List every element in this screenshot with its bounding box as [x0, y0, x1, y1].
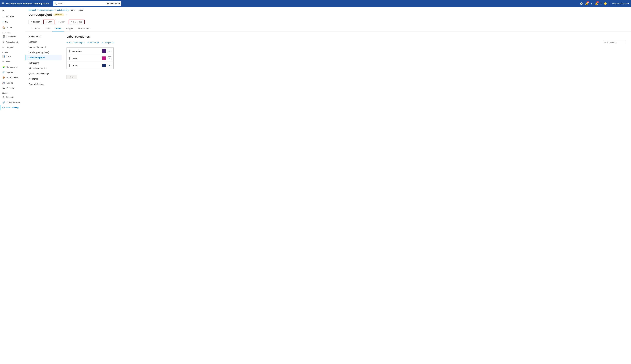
search-input[interactable] [58, 2, 104, 5]
sidebar-toggle[interactable]: ☰ [0, 7, 25, 14]
jobs-icon: ⚗ [2, 60, 4, 63]
search-scope-selector[interactable]: This workspace ▾ [105, 2, 120, 4]
environments-label: Environments [7, 76, 18, 79]
nav-datasets[interactable]: Datasets [25, 39, 62, 44]
color-picker-apple[interactable] [102, 56, 106, 60]
tab-details[interactable]: Details [52, 26, 64, 32]
sidebar-new-button[interactable]: + New [0, 19, 25, 25]
add-child-apple[interactable]: + [108, 56, 111, 60]
feedback-icon[interactable]: 🙂 [604, 2, 607, 5]
color-picker-cucumber[interactable] [102, 49, 106, 53]
tab-data[interactable]: Data [44, 26, 53, 32]
tab-vision-studio[interactable]: Vision Studio [76, 26, 92, 32]
add-child-onion[interactable]: + [108, 64, 111, 67]
data-icon: 📊 [2, 55, 5, 58]
nav-workforce[interactable]: Workforce [25, 76, 62, 82]
label-icon: ✎ [71, 21, 73, 23]
label-search[interactable]: ▽ [603, 41, 626, 44]
sidebar-item-microsoft[interactable]: ← Microsoft [0, 14, 25, 19]
sidebar-item-jobs[interactable]: ⚗ Jobs [0, 59, 25, 64]
notifications-icon[interactable]: 🔔 23 [585, 2, 588, 5]
refresh-button[interactable]: ↻ Refresh [29, 20, 42, 24]
expand-all-text: Expand all [90, 42, 99, 44]
sidebar-item-environments[interactable]: 📦 Environments [0, 75, 25, 80]
user-chevron-icon: ▾ [628, 2, 629, 5]
environments-icon: 📦 [2, 76, 5, 79]
sidebar-item-endpoints[interactable]: 🔌 Endpoints [0, 86, 25, 91]
app-title: Microsoft Azure Machine Learning Studio [6, 2, 49, 5]
export-button[interactable]: ↑ Export [56, 20, 67, 24]
expand-all-button[interactable]: ⊞ Expand all [88, 42, 99, 44]
breadcrumb-current: contosoproject [71, 9, 84, 11]
alerts-badge: 14 [596, 1, 599, 3]
page-header: contosoproject ℹ Paused ☆ [25, 12, 631, 18]
history-icon[interactable]: 🕐 [580, 2, 583, 5]
sidebar-item-notebooks[interactable]: 📓 Notebooks [0, 34, 25, 39]
breadcrumb-microsoft[interactable]: Microsoft [29, 9, 36, 11]
label-data-button[interactable]: ✎ Label data [69, 20, 85, 24]
details-content: Project details Datasets Incremental ref… [25, 32, 631, 364]
hamburger-menu-icon[interactable]: ☰ [2, 2, 4, 5]
sidebar-item-automated-ml[interactable]: ⚙ Automated ML [0, 39, 25, 44]
breadcrumb-sep-3: › [70, 9, 70, 11]
start-button[interactable]: ▷ Start [44, 20, 55, 24]
add-child-cucumber[interactable]: + [108, 49, 111, 53]
collapse-all-button[interactable]: ⊟ Collapse all [102, 42, 114, 44]
item-line [69, 64, 70, 67]
tab-insights[interactable]: Insights [64, 26, 76, 32]
chevron-down-icon: ▾ [119, 2, 120, 4]
sidebar-item-designer[interactable]: ✏ Designer [0, 44, 25, 50]
new-label: New [5, 21, 10, 23]
sidebar-item-compute[interactable]: 🖥 Compute [0, 94, 25, 100]
nav-quality-control[interactable]: Quality control settings [25, 71, 62, 76]
nav-project-details[interactable]: Project details [25, 34, 62, 39]
automl-icon: ⚙ [2, 40, 4, 43]
sidebar: ☰ ← Microsoft + New 🏠 Home Authoring 📓 N… [0, 7, 25, 364]
breadcrumb-workspace[interactable]: contosoworkspace [39, 9, 55, 11]
search-scope-label: This workspace [106, 2, 119, 4]
search-bar[interactable]: 🔍 This workspace ▾ [54, 1, 121, 6]
sidebar-item-models[interactable]: 🤖 Models [0, 80, 25, 86]
label-items-list: cucumber + apple + onion + [67, 47, 114, 69]
help-icon[interactable]: ? [600, 2, 601, 5]
label-categories-toolbar: + Add label category ⊞ Expand all ⊟ Coll… [67, 41, 626, 44]
nav-general-settings[interactable]: General Settings [25, 82, 62, 87]
save-button[interactable]: Save [67, 75, 77, 79]
sidebar-item-pipelines[interactable]: 🔗 Pipelines [0, 70, 25, 75]
pipelines-icon: 🔗 [2, 71, 5, 74]
page-title: contosoproject [29, 13, 52, 16]
nav-incremental-refresh[interactable]: Incremental refresh [25, 44, 62, 50]
content-area: Microsoft › contosoworkspace › Data Labe… [25, 7, 631, 364]
alerts-icon[interactable]: 🔔 14 [595, 2, 598, 5]
nav-ml-assisted[interactable]: ML assisted labeling [25, 66, 62, 71]
section-authoring: Authoring [0, 30, 25, 34]
label-search-input[interactable] [607, 42, 625, 44]
sidebar-item-components[interactable]: 🧩 Components [0, 64, 25, 70]
user-menu[interactable]: contosoworkspace ▾ [612, 2, 629, 5]
nav-label-categories[interactable]: Label categories [25, 55, 62, 60]
add-label-category-button[interactable]: + Add label category [67, 41, 85, 44]
breadcrumb: Microsoft › contosoworkspace › Data Labe… [25, 7, 631, 12]
nav-label-export[interactable]: Label export (optional) [25, 50, 62, 55]
nav-instructions[interactable]: Instructions [25, 60, 62, 66]
settings-icon[interactable]: ⚙ [590, 2, 592, 5]
sidebar-item-data[interactable]: 📊 Data [0, 54, 25, 59]
main-layout: ☰ ← Microsoft + New 🏠 Home Authoring 📓 N… [0, 7, 631, 364]
sidebar-item-linked-services[interactable]: 🔗 Linked Services [0, 100, 25, 105]
tab-dashboard[interactable]: Dashboard [29, 26, 44, 32]
status-label: Paused [56, 14, 63, 16]
save-label: Save [70, 76, 74, 78]
sidebar-item-data-labeling[interactable]: 🏷 Data Labeling [0, 105, 25, 110]
endpoints-icon: 🔌 [2, 87, 5, 90]
label-data-label: Label data [74, 21, 82, 23]
breadcrumb-data-labeling[interactable]: Data Labeling [57, 9, 69, 11]
pipelines-label: Pipelines [7, 71, 15, 74]
search-icon: 🔍 [55, 2, 57, 5]
sidebar-item-home[interactable]: 🏠 Home [0, 25, 25, 30]
color-picker-onion[interactable] [102, 64, 106, 67]
label-name-onion: onion [72, 64, 101, 66]
data-labeling-label: Data Labeling [6, 106, 19, 109]
filter-icon: ▽ [604, 42, 606, 44]
play-icon: ▷ [46, 21, 47, 23]
favorite-icon[interactable]: ☆ [66, 14, 68, 16]
